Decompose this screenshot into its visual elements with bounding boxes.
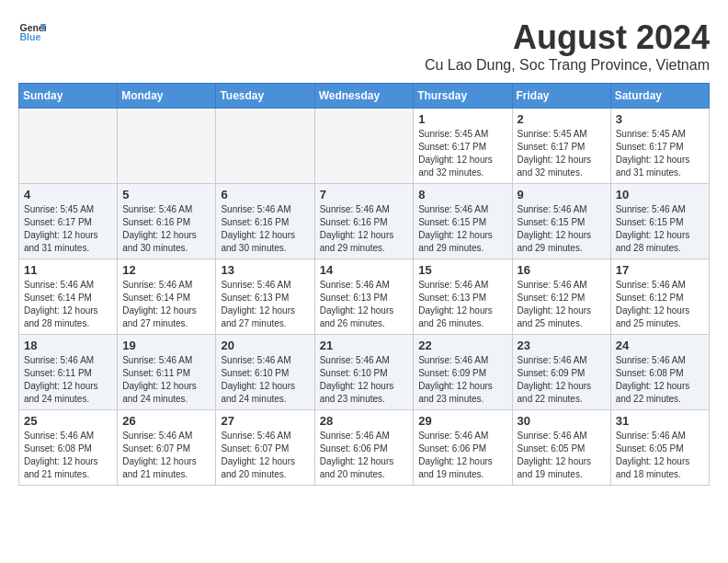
day-number: 18 (24, 339, 112, 352)
calendar-cell: 14Sunrise: 5:46 AM Sunset: 6:13 PM Dayli… (314, 259, 414, 335)
calendar-cell: 13Sunrise: 5:46 AM Sunset: 6:13 PM Dayli… (216, 259, 314, 335)
day-detail: Sunrise: 5:46 AM Sunset: 6:05 PM Dayligh… (518, 430, 606, 481)
calendar-title: August 2024 (425, 18, 710, 57)
calendar-cell: 19Sunrise: 5:46 AM Sunset: 6:11 PM Dayli… (118, 335, 216, 410)
day-number: 27 (221, 414, 309, 428)
header-cell-thursday: Thursday (414, 84, 512, 109)
day-number: 20 (221, 339, 309, 352)
day-number: 23 (518, 339, 606, 352)
day-detail: Sunrise: 5:46 AM Sunset: 6:10 PM Dayligh… (221, 354, 309, 406)
day-detail: Sunrise: 5:46 AM Sunset: 6:14 PM Dayligh… (24, 279, 112, 330)
day-number: 14 (320, 263, 409, 277)
day-detail: Sunrise: 5:46 AM Sunset: 6:09 PM Dayligh… (518, 354, 606, 406)
calendar-cell: 17Sunrise: 5:46 AM Sunset: 6:12 PM Dayli… (610, 259, 709, 335)
day-detail: Sunrise: 5:46 AM Sunset: 6:12 PM Dayligh… (616, 279, 704, 330)
calendar-cell: 21Sunrise: 5:46 AM Sunset: 6:10 PM Dayli… (314, 335, 414, 410)
day-detail: Sunrise: 5:46 AM Sunset: 6:13 PM Dayligh… (418, 279, 506, 330)
calendar-cell: 18Sunrise: 5:46 AM Sunset: 6:11 PM Dayli… (19, 335, 118, 410)
day-detail: Sunrise: 5:46 AM Sunset: 6:14 PM Dayligh… (122, 279, 210, 330)
day-detail: Sunrise: 5:46 AM Sunset: 6:06 PM Dayligh… (418, 430, 506, 481)
header-cell-sunday: Sunday (19, 84, 118, 109)
calendar-cell: 16Sunrise: 5:46 AM Sunset: 6:12 PM Dayli… (512, 259, 610, 335)
day-detail: Sunrise: 5:46 AM Sunset: 6:08 PM Dayligh… (616, 354, 704, 406)
svg-text:Blue: Blue (20, 31, 41, 42)
calendar-cell: 6Sunrise: 5:46 AM Sunset: 6:16 PM Daylig… (216, 184, 314, 259)
calendar-cell: 4Sunrise: 5:45 AM Sunset: 6:17 PM Daylig… (19, 184, 118, 259)
day-detail: Sunrise: 5:46 AM Sunset: 6:13 PM Dayligh… (320, 279, 409, 330)
calendar-cell: 7Sunrise: 5:46 AM Sunset: 6:16 PM Daylig… (314, 184, 414, 259)
calendar-subtitle: Cu Lao Dung, Soc Trang Province, Vietnam (425, 57, 710, 74)
day-detail: Sunrise: 5:45 AM Sunset: 6:17 PM Dayligh… (518, 128, 606, 179)
calendar-cell (216, 109, 314, 184)
calendar-cell: 31Sunrise: 5:46 AM Sunset: 6:05 PM Dayli… (610, 410, 709, 486)
day-number: 25 (24, 414, 112, 428)
day-detail: Sunrise: 5:45 AM Sunset: 6:17 PM Dayligh… (24, 203, 112, 255)
calendar-cell: 24Sunrise: 5:46 AM Sunset: 6:08 PM Dayli… (610, 335, 709, 410)
day-detail: Sunrise: 5:46 AM Sunset: 6:09 PM Dayligh… (418, 354, 506, 406)
day-number: 17 (616, 263, 704, 277)
day-number: 15 (418, 263, 506, 277)
day-detail: Sunrise: 5:46 AM Sunset: 6:08 PM Dayligh… (24, 430, 112, 481)
day-number: 26 (122, 414, 210, 428)
calendar-cell: 2Sunrise: 5:45 AM Sunset: 6:17 PM Daylig… (512, 109, 610, 184)
day-number: 3 (616, 112, 704, 126)
header-cell-tuesday: Tuesday (216, 84, 314, 109)
page-header: General Blue August 2024 Cu Lao Dung, So… (18, 18, 710, 74)
calendar-cell: 12Sunrise: 5:46 AM Sunset: 6:14 PM Dayli… (118, 259, 216, 335)
day-detail: Sunrise: 5:46 AM Sunset: 6:16 PM Dayligh… (320, 203, 409, 255)
title-block: August 2024 Cu Lao Dung, Soc Trang Provi… (425, 18, 710, 74)
day-number: 6 (221, 188, 309, 201)
day-number: 5 (122, 188, 210, 201)
header-cell-wednesday: Wednesday (314, 84, 414, 109)
calendar-cell (19, 109, 118, 184)
day-number: 8 (418, 188, 506, 201)
day-number: 22 (418, 339, 506, 352)
day-detail: Sunrise: 5:46 AM Sunset: 6:07 PM Dayligh… (122, 430, 210, 481)
day-detail: Sunrise: 5:46 AM Sunset: 6:13 PM Dayligh… (221, 279, 309, 330)
calendar-cell: 10Sunrise: 5:46 AM Sunset: 6:15 PM Dayli… (610, 184, 709, 259)
calendar-cell: 5Sunrise: 5:46 AM Sunset: 6:16 PM Daylig… (118, 184, 216, 259)
week-row-5: 25Sunrise: 5:46 AM Sunset: 6:08 PM Dayli… (19, 410, 710, 486)
day-detail: Sunrise: 5:46 AM Sunset: 6:05 PM Dayligh… (616, 430, 704, 481)
day-detail: Sunrise: 5:46 AM Sunset: 6:16 PM Dayligh… (221, 203, 309, 255)
calendar-cell: 26Sunrise: 5:46 AM Sunset: 6:07 PM Dayli… (118, 410, 216, 486)
day-detail: Sunrise: 5:45 AM Sunset: 6:17 PM Dayligh… (616, 128, 704, 179)
day-detail: Sunrise: 5:46 AM Sunset: 6:12 PM Dayligh… (518, 279, 606, 330)
calendar-cell: 27Sunrise: 5:46 AM Sunset: 6:07 PM Dayli… (216, 410, 314, 486)
calendar-cell (314, 109, 414, 184)
day-number: 29 (418, 414, 506, 428)
day-number: 28 (320, 414, 409, 428)
calendar-cell: 9Sunrise: 5:46 AM Sunset: 6:15 PM Daylig… (512, 184, 610, 259)
calendar-cell: 28Sunrise: 5:46 AM Sunset: 6:06 PM Dayli… (314, 410, 414, 486)
week-row-1: 1Sunrise: 5:45 AM Sunset: 6:17 PM Daylig… (19, 109, 710, 184)
day-number: 1 (418, 112, 506, 126)
day-number: 7 (320, 188, 409, 201)
day-number: 19 (122, 339, 210, 352)
header-row: SundayMondayTuesdayWednesdayThursdayFrid… (19, 84, 710, 109)
header-cell-monday: Monday (118, 84, 216, 109)
logo-icon: General Blue (18, 18, 46, 46)
day-number: 13 (221, 263, 309, 277)
calendar-cell: 20Sunrise: 5:46 AM Sunset: 6:10 PM Dayli… (216, 335, 314, 410)
day-number: 10 (616, 188, 704, 201)
day-number: 30 (518, 414, 606, 428)
day-detail: Sunrise: 5:46 AM Sunset: 6:16 PM Dayligh… (122, 203, 210, 255)
day-number: 11 (24, 263, 112, 277)
day-detail: Sunrise: 5:45 AM Sunset: 6:17 PM Dayligh… (418, 128, 506, 179)
day-number: 2 (518, 112, 606, 126)
calendar-cell: 22Sunrise: 5:46 AM Sunset: 6:09 PM Dayli… (414, 335, 512, 410)
logo: General Blue (18, 18, 46, 46)
calendar-cell: 1Sunrise: 5:45 AM Sunset: 6:17 PM Daylig… (414, 109, 512, 184)
calendar-cell: 15Sunrise: 5:46 AM Sunset: 6:13 PM Dayli… (414, 259, 512, 335)
day-detail: Sunrise: 5:46 AM Sunset: 6:10 PM Dayligh… (320, 354, 409, 406)
calendar-cell: 25Sunrise: 5:46 AM Sunset: 6:08 PM Dayli… (19, 410, 118, 486)
day-detail: Sunrise: 5:46 AM Sunset: 6:15 PM Dayligh… (518, 203, 606, 255)
header-cell-friday: Friday (512, 84, 610, 109)
day-number: 24 (616, 339, 704, 352)
day-detail: Sunrise: 5:46 AM Sunset: 6:11 PM Dayligh… (122, 354, 210, 406)
day-detail: Sunrise: 5:46 AM Sunset: 6:06 PM Dayligh… (320, 430, 409, 481)
calendar-cell (118, 109, 216, 184)
week-row-2: 4Sunrise: 5:45 AM Sunset: 6:17 PM Daylig… (19, 184, 710, 259)
day-number: 9 (518, 188, 606, 201)
day-detail: Sunrise: 5:46 AM Sunset: 6:07 PM Dayligh… (221, 430, 309, 481)
